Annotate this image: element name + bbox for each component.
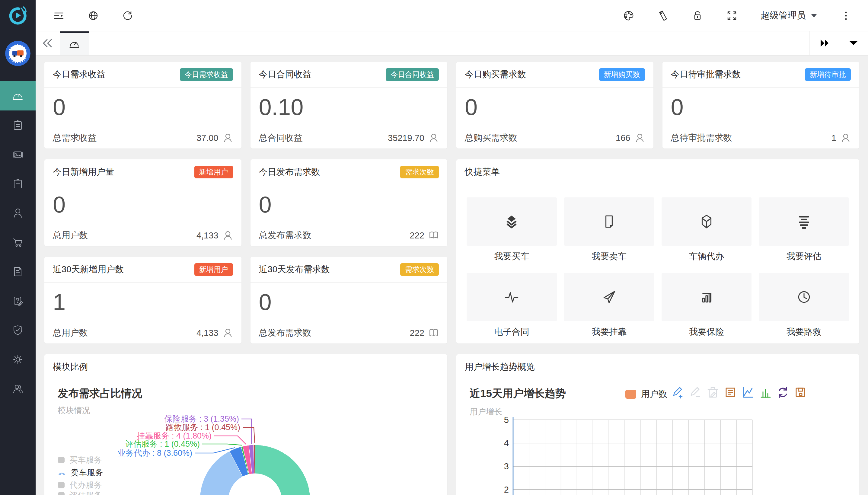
sidebar-item-users[interactable] (0, 198, 36, 227)
line-chart-title: 近15天用户增长趋势 (470, 386, 566, 400)
tab-dashboard[interactable] (60, 31, 89, 55)
theme-palette-icon[interactable] (623, 10, 635, 21)
stat-total-value: 37.00 (196, 133, 219, 143)
svg-text:3: 3 (504, 461, 509, 471)
stat-total-label: 总用户数 (53, 327, 88, 339)
page-icon (601, 214, 617, 230)
stat-card: 今日待审批需求数新增待审批 0 总待审批需求数 1 (662, 62, 860, 149)
book-icon (429, 328, 439, 338)
quick-item-affiliate[interactable]: 我要挂靠 (564, 273, 654, 338)
sidebar-item-feedback[interactable] (0, 286, 36, 315)
bar-chart-icon[interactable] (759, 386, 772, 399)
menu-fold-icon[interactable] (53, 10, 65, 21)
stat-value: 0 (259, 291, 439, 313)
cube-icon (698, 214, 715, 230)
pulse-icon (503, 289, 520, 305)
line-chart-icon[interactable] (741, 386, 754, 399)
stat-total-value: 222 (410, 231, 424, 241)
quick-item-econtract[interactable]: 电子合同 (467, 273, 557, 338)
tabs-scroll-right-icon[interactable] (810, 31, 839, 55)
save-image-icon[interactable] (794, 386, 807, 399)
line-chart-grid: 5432 (502, 415, 767, 495)
user-growth-card: 用户增长趋势概览 近15天用户增长趋势 用户数 用户增长 5432 (456, 354, 859, 495)
sidebar-item-purchases[interactable] (0, 227, 36, 257)
pie-legend-item[interactable]: 买车服务 (58, 455, 102, 465)
stat-badge: 新增用户 (194, 166, 233, 179)
pie-legend-item[interactable]: 卖车服务 (58, 467, 103, 478)
sidebar-item-orders[interactable] (0, 110, 36, 140)
align-lines-icon (796, 214, 812, 230)
paper-plane-icon (601, 289, 617, 305)
fullscreen-icon[interactable] (726, 10, 737, 21)
edit-add-icon[interactable] (671, 386, 684, 399)
quick-menu-grid: 我要买车 我要卖车 车辆代办 我要评估 电子合同 我要挂靠 (456, 185, 859, 343)
restore-icon[interactable] (776, 386, 789, 399)
stat-value: 0 (53, 193, 233, 216)
edit-minus-icon[interactable] (689, 386, 702, 399)
series-legend[interactable]: 用户数 (625, 388, 667, 400)
sidebar-item-documents[interactable] (0, 257, 36, 286)
quick-item-sell-car[interactable]: 我要卖车 (564, 198, 654, 262)
sidebar-item-settings[interactable] (0, 345, 36, 374)
tabs-dropdown-icon[interactable] (839, 31, 868, 55)
clipboard-icon (12, 119, 24, 131)
stat-title: 今日新增用户量 (53, 166, 114, 178)
quick-item-insurance[interactable]: 我要保险 (662, 273, 752, 338)
tabs-scroll-left-icon[interactable] (36, 31, 60, 55)
sidebar-item-demands[interactable] (0, 169, 36, 198)
quick-item-label: 我要卖车 (564, 251, 654, 262)
stat-card: 近30天新增用户数新增用户 1 总用户数 4,133 (45, 257, 241, 343)
stat-total-label: 总购买需求数 (465, 132, 517, 144)
sidebar-item-dashboard[interactable] (0, 81, 36, 110)
stat-total-label: 总待审批需求数 (671, 132, 732, 144)
user-menu[interactable]: 超级管理员 (761, 10, 817, 22)
image-icon (12, 149, 24, 160)
stat-card: 今日新增用户量新增用户 0 总用户数 4,133 (45, 159, 241, 246)
tag-icon[interactable] (657, 10, 669, 21)
refresh-icon[interactable] (122, 10, 134, 21)
quick-item-vehicle-agency[interactable]: 车辆代办 (662, 198, 752, 262)
stat-total-label: 总需求收益 (53, 132, 97, 144)
gear-icon (12, 354, 24, 365)
data-view-icon[interactable] (724, 386, 737, 399)
stat-card: 今日需求收益今日需求收益 0 总需求收益 37.00 (45, 62, 241, 149)
pie-legend-item[interactable]: 评估服务 (58, 490, 102, 495)
chart-toolbox (671, 386, 807, 399)
delete-icon[interactable] (706, 386, 719, 399)
sidebar-item-media[interactable] (0, 140, 36, 169)
user-icon (223, 328, 233, 338)
growth-card-title: 用户增长趋势概览 (465, 361, 535, 373)
unlock-icon[interactable] (692, 10, 703, 21)
stat-total-value: 35219.70 (388, 133, 424, 143)
pie-callout-label: 评估服务 : 1 (0.45%) (73, 439, 200, 449)
cart-icon (12, 236, 24, 249)
globe-icon[interactable] (88, 10, 99, 21)
stat-total-label: 总发布需求数 (259, 229, 311, 241)
legend-swatch (625, 390, 636, 399)
sidebar-item-audit[interactable] (0, 315, 36, 345)
legend-swatch (58, 492, 65, 495)
stat-total-value: 1 (832, 133, 836, 143)
book-icon (429, 230, 439, 241)
stat-total-value: 166 (616, 133, 630, 143)
quick-item-label: 车辆代办 (662, 251, 752, 262)
user-icon (223, 133, 233, 143)
pie-legend-item[interactable]: 代办服务 (58, 480, 102, 491)
tab-strip (89, 31, 810, 55)
svg-text:2: 2 (504, 485, 509, 494)
sidebar-item-accounts[interactable] (0, 374, 36, 403)
stat-title: 近30天发布需求数 (259, 263, 330, 276)
quick-item-buy-car[interactable]: 我要买车 (467, 198, 557, 262)
stat-badge: 需求次数 (400, 166, 439, 179)
clock-icon (796, 289, 812, 305)
kebab-menu-icon[interactable] (840, 10, 852, 21)
quick-item-evaluate[interactable]: 我要评估 (759, 198, 849, 262)
stat-badge: 新增购买数 (599, 68, 645, 81)
line-chart-subtitle: 用户增长 (470, 406, 502, 417)
stat-total-label: 总合同收益 (259, 132, 303, 144)
module-ratio-card: 模块比例 发布需求占比情况 模块情况 保险服务 : 3 (1.35%) 路救服务… (45, 354, 447, 495)
stat-value: 1 (53, 291, 233, 313)
legend-label: 代办服务 (69, 480, 102, 491)
quick-item-road-rescue[interactable]: 我要路救 (759, 273, 849, 338)
quick-item-label: 我要买车 (467, 251, 557, 262)
